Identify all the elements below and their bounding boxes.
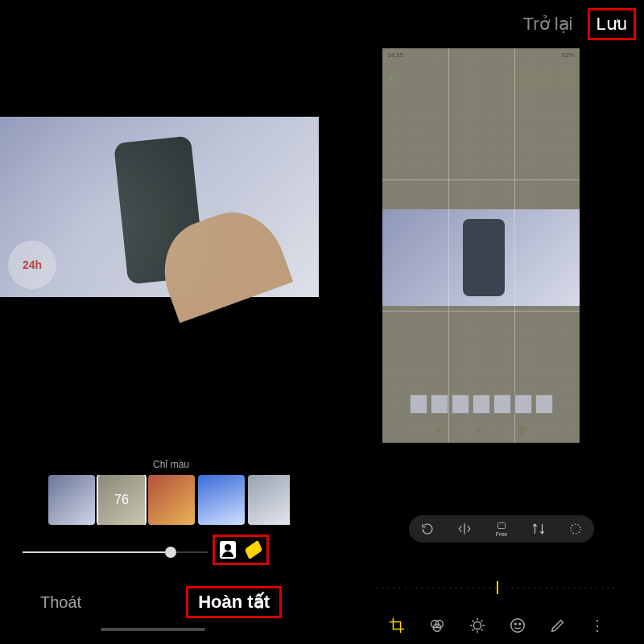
filmstrip-thumb[interactable] — [452, 394, 469, 414]
edit-icon[interactable]: ✎ — [434, 424, 443, 436]
crop-preview[interactable]: 14:35 52% ‹ ♡ ✎ < 🗑 — [382, 48, 580, 443]
svg-point-5 — [473, 621, 481, 629]
portrait-mask-icon[interactable] — [220, 541, 236, 559]
filmstrip-thumb[interactable] — [410, 394, 427, 414]
style-section-label: Chỉ màu — [153, 459, 189, 470]
filmstrip[interactable] — [390, 394, 572, 415]
embedded-image — [382, 209, 580, 306]
aspect-free-label: Free — [496, 531, 507, 537]
chevron-left-icon[interactable]: ‹ — [389, 70, 403, 85]
draw-tab-icon[interactable] — [547, 615, 568, 636]
phone-silhouette — [114, 135, 205, 284]
svg-rect-0 — [498, 523, 506, 529]
nav-indicator — [101, 628, 205, 631]
statusbar: 14:35 52% — [387, 52, 575, 63]
svg-point-1 — [571, 524, 580, 534]
eye-off-icon[interactable] — [518, 71, 531, 84]
top-bar: Trở lại Lưu — [523, 8, 636, 40]
eraser-icon[interactable] — [245, 540, 262, 560]
rotate-icon[interactable] — [414, 520, 441, 538]
filmstrip-thumb[interactable] — [473, 394, 490, 414]
exit-button[interactable]: Thoát — [40, 593, 81, 612]
style-thumb[interactable] — [198, 475, 245, 525]
style-thumbnails[interactable]: 76 — [48, 475, 290, 525]
style-thumb-selected[interactable]: 76 — [98, 475, 145, 525]
status-time: 14:35 — [387, 52, 403, 63]
gallery-top-icons — [518, 71, 573, 84]
crop-tab-icon[interactable] — [386, 615, 407, 636]
watermark-logo: 24h — [8, 241, 56, 289]
portrait-eraser-tools — [213, 535, 269, 565]
sticker-tab-icon[interactable] — [507, 615, 528, 636]
ruler-center-marker — [497, 581, 498, 594]
style-intensity-value: 76 — [114, 493, 129, 507]
done-button[interactable]: Hoàn tất — [186, 586, 282, 618]
filmstrip-thumb[interactable] — [535, 394, 553, 414]
intensity-slider[interactable] — [23, 544, 208, 560]
more-icon[interactable]: ⋮ — [561, 424, 572, 436]
svg-point-8 — [519, 623, 521, 625]
style-thumb[interactable] — [48, 475, 95, 525]
filmstrip-thumb[interactable] — [493, 394, 511, 414]
save-button[interactable]: Lưu — [588, 8, 636, 40]
heart-icon[interactable]: ♡ — [390, 424, 400, 436]
left-edited-preview: 24h — [0, 117, 319, 297]
mini-phone-shape — [463, 219, 505, 296]
crop-tool-pill: Free — [409, 515, 594, 543]
trash-icon[interactable]: 🗑 — [517, 424, 527, 436]
slider-fill — [23, 551, 171, 553]
adjust-tab-icon[interactable] — [467, 615, 488, 636]
filmstrip-thumb[interactable] — [431, 394, 448, 414]
editor-tabs: ⋮ — [377, 612, 618, 639]
aspect-free-button[interactable]: Free — [488, 520, 515, 538]
gallery-bottom-row: ♡ ✎ < 🗑 ⋮ — [390, 422, 572, 438]
eye-icon[interactable] — [539, 71, 552, 84]
filters-tab-icon[interactable] — [427, 615, 448, 636]
rotation-ruler[interactable] — [377, 580, 618, 596]
svg-point-6 — [511, 619, 525, 633]
hand-shape — [150, 199, 294, 324]
style-thumb[interactable] — [248, 475, 290, 525]
share-icon[interactable]: < — [477, 424, 483, 436]
svg-point-7 — [514, 623, 516, 625]
gallery-top-row: ‹ — [389, 68, 573, 87]
back-button[interactable]: Trở lại — [523, 14, 573, 35]
info-icon[interactable] — [560, 71, 573, 84]
flip-icon[interactable] — [451, 520, 478, 538]
editor-root: Trở lại Lưu 24h 14:35 52% ‹ — [0, 0, 644, 644]
status-battery: 52% — [562, 52, 575, 63]
filmstrip-thumb[interactable] — [514, 394, 532, 414]
bottom-actions: Thoát Hoàn tất — [40, 586, 282, 618]
transform-icon[interactable] — [525, 520, 552, 538]
slider-knob[interactable] — [165, 547, 176, 558]
expand-icon[interactable] — [562, 520, 589, 538]
more-tab-icon[interactable]: ⋮ — [588, 615, 609, 636]
style-thumb[interactable] — [148, 475, 195, 525]
